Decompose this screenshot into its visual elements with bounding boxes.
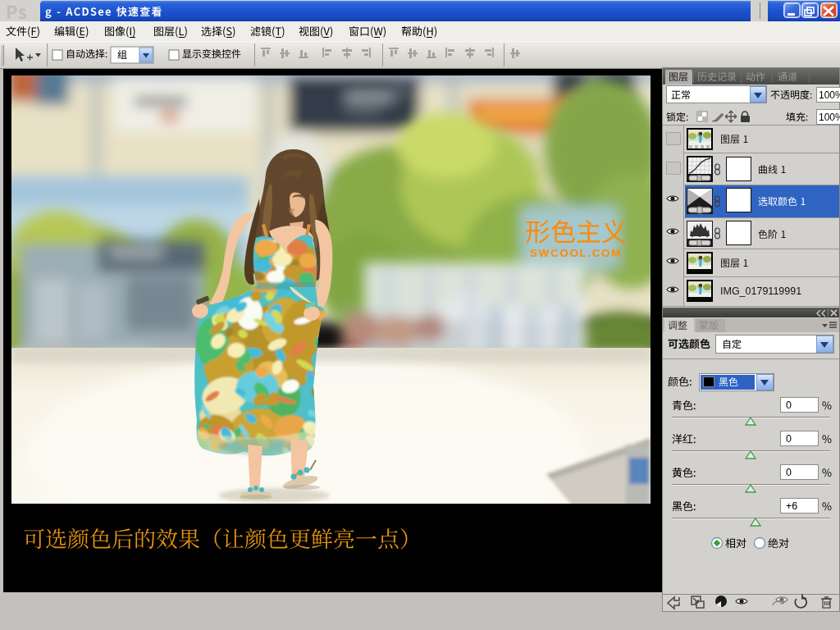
svg-text:100%: 100% <box>819 112 840 123</box>
svg-text:0: 0 <box>786 467 792 478</box>
svg-text:IMG_0179119991: IMG_0179119991 <box>720 285 801 297</box>
svg-text:SWCOOL.COM: SWCOOL.COM <box>530 247 622 259</box>
svg-text:0: 0 <box>786 399 792 411</box>
svg-text:100%: 100% <box>819 89 840 101</box>
svg-text:+6: +6 <box>786 500 797 512</box>
svg-text:0: 0 <box>786 433 792 445</box>
